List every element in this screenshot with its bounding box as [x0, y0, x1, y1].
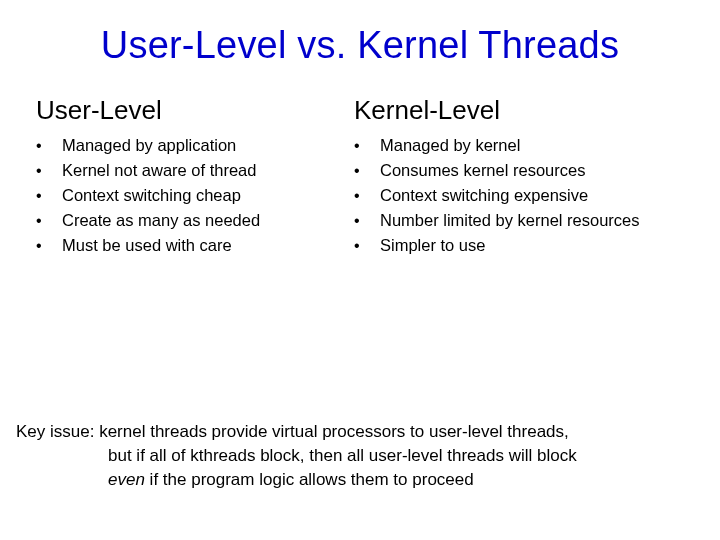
bullet-icon: •	[36, 234, 62, 257]
slide: User-Level vs. Kernel Threads User-Level…	[0, 0, 720, 540]
list-item: •Context switching cheap	[36, 184, 336, 208]
list-item: •Simpler to use	[354, 234, 714, 258]
key-issue-line3-rest: if the program logic allows them to proc…	[145, 470, 474, 489]
list-item: •Must be used with care	[36, 234, 336, 258]
bullet-text: Simpler to use	[380, 234, 485, 258]
bullet-text: Consumes kernel resources	[380, 159, 585, 183]
key-issue-label: Key issue:	[16, 422, 99, 441]
list-item: •Number limited by kernel resources	[354, 209, 714, 233]
bullet-text: Managed by kernel	[380, 134, 520, 158]
list-item: •Context switching expensive	[354, 184, 714, 208]
bullet-text: Must be used with care	[62, 234, 232, 258]
bullet-text: Context switching expensive	[380, 184, 588, 208]
slide-title: User-Level vs. Kernel Threads	[30, 24, 690, 67]
column-heading-kernel-level: Kernel-Level	[354, 95, 714, 126]
bullet-icon: •	[354, 234, 380, 257]
column-heading-user-level: User-Level	[36, 95, 336, 126]
bullet-text: Context switching cheap	[62, 184, 241, 208]
bullet-text: Create as many as needed	[62, 209, 260, 233]
key-issue-emphasis: even	[108, 470, 145, 489]
column-kernel-level: Kernel-Level •Managed by kernel •Consume…	[354, 95, 714, 259]
bullet-icon: •	[36, 159, 62, 182]
bullet-icon: •	[354, 159, 380, 182]
bullet-icon: •	[354, 184, 380, 207]
list-item: •Kernel not aware of thread	[36, 159, 336, 183]
bullet-icon: •	[354, 209, 380, 232]
list-item: •Create as many as needed	[36, 209, 336, 233]
columns: User-Level •Managed by application •Kern…	[36, 95, 690, 259]
bullet-icon: •	[354, 134, 380, 157]
bullet-icon: •	[36, 209, 62, 232]
list-item: •Managed by kernel	[354, 134, 714, 158]
key-issue-line3: even if the program logic allows them to…	[16, 468, 696, 492]
key-issue-block: Key issue: kernel threads provide virtua…	[16, 420, 696, 491]
column-user-level: User-Level •Managed by application •Kern…	[36, 95, 336, 259]
bullet-icon: •	[36, 134, 62, 157]
bullet-icon: •	[36, 184, 62, 207]
bullet-text: Number limited by kernel resources	[380, 209, 640, 233]
list-item: •Managed by application	[36, 134, 336, 158]
bullet-text: Kernel not aware of thread	[62, 159, 256, 183]
list-item: •Consumes kernel resources	[354, 159, 714, 183]
key-issue-line2: but if all of kthreads block, then all u…	[16, 444, 696, 468]
bullet-text: Managed by application	[62, 134, 236, 158]
bullet-list-kernel-level: •Managed by kernel •Consumes kernel reso…	[354, 134, 714, 258]
key-issue-line1: kernel threads provide virtual processor…	[99, 422, 569, 441]
bullet-list-user-level: •Managed by application •Kernel not awar…	[36, 134, 336, 258]
